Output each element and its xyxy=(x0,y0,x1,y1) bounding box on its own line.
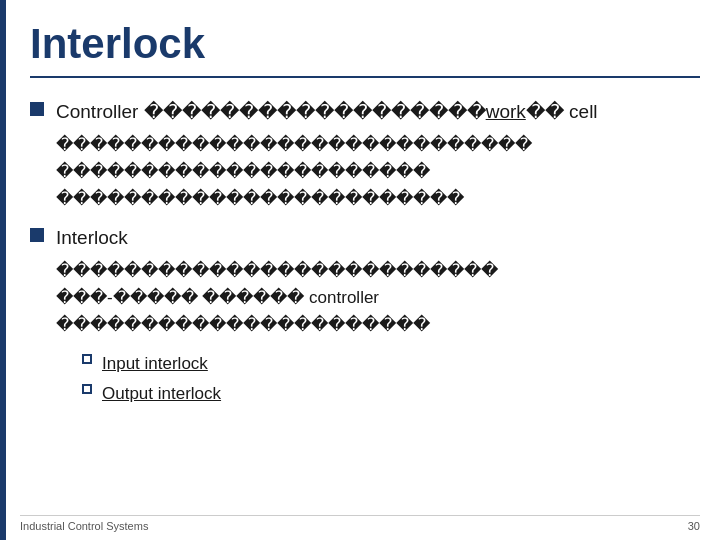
bullet-square-2 xyxy=(30,228,44,242)
sub-bullet-text-2: Output interlock xyxy=(102,380,221,407)
content-area: Interlock Controller ������������������w… xyxy=(20,0,720,540)
thai-line-1b: ���������������������� xyxy=(56,158,700,185)
bullet-section-1: Controller ������������������work�� cell… xyxy=(30,98,700,212)
sub-bullet-text-1: Input interlock xyxy=(102,350,208,377)
footer-page: 30 xyxy=(688,520,700,532)
sub-bullet-square-1 xyxy=(82,354,92,364)
sub-bullets-section: Input interlock Output interlock xyxy=(82,350,700,407)
sub-bullet-square-2 xyxy=(82,384,92,394)
thai-line-2b: ���-����� ������ controller xyxy=(56,284,700,311)
sub-bullet-2: Output interlock xyxy=(82,380,700,407)
footer: Industrial Control Systems 30 xyxy=(20,515,700,532)
bullet-main-2: Interlock xyxy=(30,224,700,253)
bullet-text-1: Controller ������������������work�� cell xyxy=(56,98,598,127)
slide-title: Interlock xyxy=(30,20,700,78)
sub-bullet-1: Input interlock xyxy=(82,350,700,377)
footer-course: Industrial Control Systems xyxy=(20,520,148,532)
thai-line-2a: �������������������������� xyxy=(56,257,700,284)
thai-line-2c: ���������������������� xyxy=(56,311,700,338)
sub-content-1: ���������������������������� �����������… xyxy=(56,131,700,213)
bullet-main-1: Controller ������������������work�� cell xyxy=(30,98,700,127)
sub-content-2: �������������������������� ���-����� ���… xyxy=(56,257,700,339)
left-border xyxy=(0,0,6,540)
bullet-square-1 xyxy=(30,102,44,116)
bullet-section-2: Interlock �������������������������� ���… xyxy=(30,224,700,338)
thai-line-1a: ���������������������������� xyxy=(56,131,700,158)
slide-container: Interlock Controller ������������������w… xyxy=(0,0,720,540)
bullet-text-2: Interlock xyxy=(56,224,128,253)
thai-line-1c: ������������������������ xyxy=(56,185,700,212)
